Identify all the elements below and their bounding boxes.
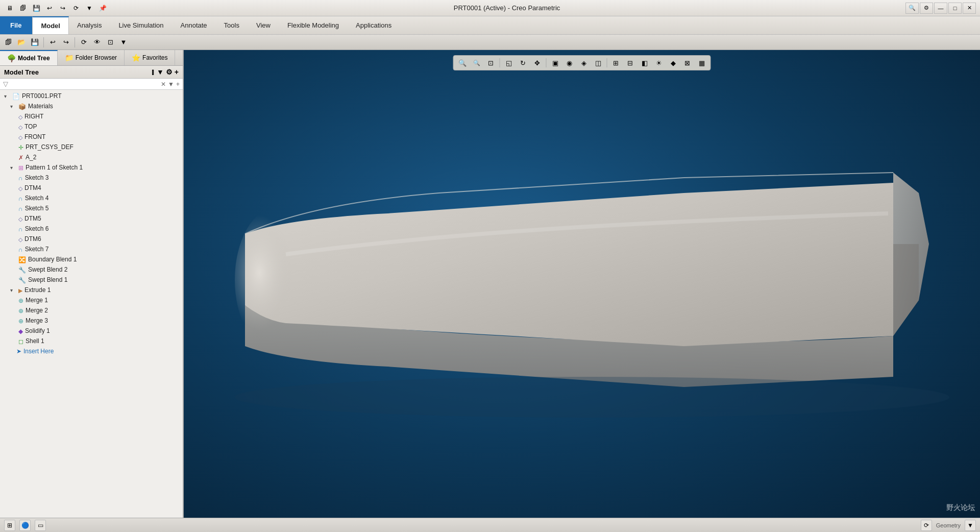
tree-columns-btn[interactable]: ⫿ xyxy=(151,68,155,76)
search-add-btn[interactable]: + xyxy=(176,81,180,88)
menu-tab-annotate[interactable]: Annotate xyxy=(173,16,216,34)
tree-item-materials[interactable]: ▾📦Materials xyxy=(0,101,183,111)
menu-tab-model[interactable]: Model xyxy=(32,16,69,34)
vp-more[interactable]: ▦ xyxy=(695,57,708,69)
tree-item-merge3[interactable]: ⊕Merge 3 xyxy=(0,316,183,326)
tree-item-dtm4[interactable]: ◇DTM4 xyxy=(0,183,183,193)
tb-extra[interactable]: ⊡ xyxy=(104,36,116,49)
tree-settings-btn[interactable]: ▼ xyxy=(157,68,164,76)
status-layout-btn[interactable]: ⊞ xyxy=(4,520,15,531)
tree-item-dtm6[interactable]: ◇DTM6 xyxy=(0,234,183,244)
tree-item-sketch7[interactable]: ∩Sketch 7 xyxy=(0,244,183,254)
vp-shading1[interactable]: ▣ xyxy=(549,57,562,69)
tb-undo[interactable]: ↩ xyxy=(46,36,59,49)
tree-filter-btn[interactable]: ⚙ xyxy=(166,68,173,76)
tb-dropdown[interactable]: ▼ xyxy=(117,36,130,49)
tb-open[interactable]: 📂 xyxy=(15,36,28,49)
menu-tab-analysis[interactable]: Analysis xyxy=(69,16,110,34)
status-orient-btn[interactable]: ⟳ xyxy=(921,520,932,531)
status-view-btn[interactable]: ▭ xyxy=(35,520,46,531)
tree-item-shell1[interactable]: ◻Shell 1 xyxy=(0,336,183,346)
tree-item-merge2[interactable]: ⊕Merge 2 xyxy=(0,305,183,316)
settings-btn[interactable]: ⚙ xyxy=(920,3,933,14)
tree-item-sketch3[interactable]: ∩Sketch 3 xyxy=(0,173,183,183)
tree-item-dtm5[interactable]: ◇DTM5 xyxy=(0,213,183,224)
vp-spin[interactable]: ◧ xyxy=(638,57,651,69)
3d-viewport[interactable]: 🔍 🔍 ⊡ ◱ ↻ ✥ ▣ ◉ ◈ ◫ ⊞ ⊟ ◧ ☀ ◆ ⊠ ▦ 野火论坛 xyxy=(184,50,980,518)
menu-tab-applications[interactable]: Applications xyxy=(348,16,400,34)
close-btn[interactable]: ✕ xyxy=(963,3,976,14)
tree-item-merge1[interactable]: ⊕Merge 1 xyxy=(0,295,183,305)
vp-zoom-out[interactable]: 🔍 xyxy=(470,57,483,69)
save-btn[interactable]: 💾 xyxy=(31,3,42,14)
menu-tab-tools[interactable]: Tools xyxy=(216,16,248,34)
clear-search-btn[interactable]: ✕ xyxy=(161,81,166,88)
maximize-btn[interactable]: □ xyxy=(948,3,962,14)
tree-item-sketch4[interactable]: ∩Sketch 4 xyxy=(0,193,183,203)
tab-favorites[interactable]: ⭐ Favorites xyxy=(125,50,175,65)
app-menu-btn[interactable]: 🖥 xyxy=(4,3,15,14)
status-model-btn[interactable]: 🔵 xyxy=(19,520,31,531)
undo-btn[interactable]: ↩ xyxy=(44,3,55,14)
tree-item-pattern1[interactable]: ▾⊞Pattern 1 of Sketch 1 xyxy=(0,162,183,173)
tab-model-tree[interactable]: 🌳 Model Tree xyxy=(0,50,58,65)
tree-item-front[interactable]: ◇FRONT xyxy=(0,132,183,142)
item-icon-sketch3: ∩ xyxy=(18,174,23,182)
vp-shading2[interactable]: ◉ xyxy=(563,57,576,69)
menu-tab-live-simulation[interactable]: Live Simulation xyxy=(110,16,172,34)
vp-ortho[interactable]: ⊟ xyxy=(624,57,637,69)
search-btn[interactable]: 🔍 xyxy=(905,3,919,14)
tree-search-input[interactable] xyxy=(10,81,159,88)
regenerate-btn[interactable]: ⟳ xyxy=(70,3,82,14)
tb-new[interactable]: 🗐 xyxy=(2,36,14,49)
tb-view[interactable]: 👁 xyxy=(91,36,103,49)
tree-item-a2[interactable]: ✗A_2 xyxy=(0,152,183,162)
item-label-front: FRONT xyxy=(24,133,45,140)
tree-item-prt_csys[interactable]: ✛PRT_CSYS_DEF xyxy=(0,142,183,152)
geometry-label: Geometry xyxy=(936,522,961,528)
titlebar: 🖥 🗐 💾 ↩ ↪ ⟳ ▼ 📌 PRT0001 (Active) - Creo … xyxy=(0,0,980,16)
new-btn[interactable]: 🗐 xyxy=(17,3,29,14)
tree-add-btn[interactable]: + xyxy=(175,68,179,76)
vp-pan[interactable]: ✥ xyxy=(531,57,544,69)
menu-tab-view[interactable]: View xyxy=(248,16,279,34)
tree-header: Model Tree ⫿ ▼ ⚙ + xyxy=(0,66,183,79)
menu-tab-flexible-modeling[interactable]: Flexible Modeling xyxy=(279,16,348,34)
tb-regen[interactable]: ⟳ xyxy=(78,36,90,49)
vp-extra[interactable]: ⊠ xyxy=(681,57,694,69)
qa-dropdown-btn[interactable]: ▼ xyxy=(84,3,95,14)
vp-rotate[interactable]: ↻ xyxy=(517,57,530,69)
vp-perspective[interactable]: ⊞ xyxy=(609,57,623,69)
menu-tab-file[interactable]: File xyxy=(0,16,32,34)
item-label-bblend1: Boundary Blend 1 xyxy=(28,256,77,263)
vp-appearance[interactable]: ◆ xyxy=(667,57,680,69)
tree-item-swept1[interactable]: 🔧Swept Blend 1 xyxy=(0,275,183,285)
tree-item-sketch5[interactable]: ∩Sketch 5 xyxy=(0,203,183,213)
tree-item-extrude1[interactable]: ▾▶Extrude 1 xyxy=(0,285,183,295)
tree-item-swept2[interactable]: 🔧Swept Blend 2 xyxy=(0,264,183,275)
minimize-btn[interactable]: — xyxy=(934,3,947,14)
redo-btn[interactable]: ↪ xyxy=(57,3,68,14)
vp-saved-views[interactable]: ◱ xyxy=(502,57,516,69)
tree-item-bblend1[interactable]: 🔀Boundary Blend 1 xyxy=(0,254,183,264)
insert-here[interactable]: ➤Insert Here xyxy=(0,346,183,356)
vp-fit[interactable]: ⊡ xyxy=(484,57,498,69)
vp-display1[interactable]: ◫ xyxy=(592,57,605,69)
tab-folder-browser[interactable]: 📁 Folder Browser xyxy=(58,50,125,65)
tree-item-prt[interactable]: ▾📄PRT0001.PRT xyxy=(0,91,183,101)
tree-item-right[interactable]: ◇RIGHT xyxy=(0,111,183,122)
tree-item-top[interactable]: ◇TOP xyxy=(0,122,183,132)
vp-light[interactable]: ☀ xyxy=(652,57,666,69)
tree-item-solidify1[interactable]: ◆Solidify 1 xyxy=(0,326,183,336)
tb-save[interactable]: 💾 xyxy=(29,36,41,49)
main-layout: 🌳 Model Tree 📁 Folder Browser ⭐ Favorite… xyxy=(0,50,980,518)
search-dropdown-btn[interactable]: ▼ xyxy=(168,81,174,88)
vp-zoom-in[interactable]: 🔍 xyxy=(456,57,469,69)
tree-item-sketch6[interactable]: ∩Sketch 6 xyxy=(0,224,183,234)
qa-extra-btn[interactable]: 📌 xyxy=(97,3,108,14)
vp-wireframe[interactable]: ◈ xyxy=(577,57,591,69)
tb-redo[interactable]: ↪ xyxy=(60,36,72,49)
item-label-swept2: Swept Blend 2 xyxy=(28,266,67,273)
status-right: ⟳ Geometry ▼ xyxy=(921,520,976,531)
status-geometry-dropdown[interactable]: ▼ xyxy=(965,520,976,531)
